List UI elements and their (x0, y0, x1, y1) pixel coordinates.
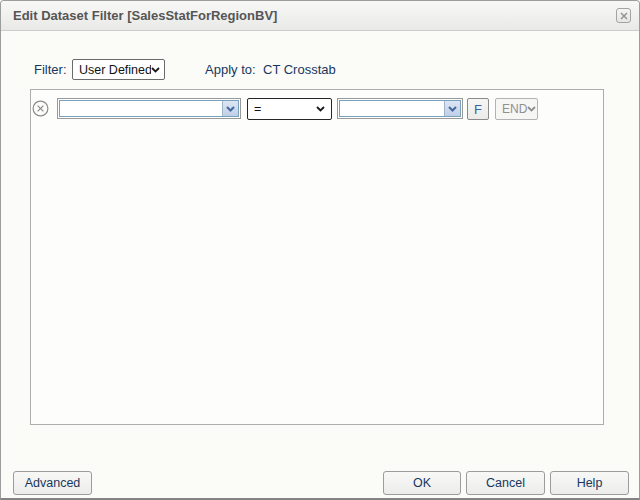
cancel-button[interactable]: Cancel (466, 471, 545, 495)
chevron-down-icon (151, 67, 160, 73)
condition-operator-value: = (254, 102, 316, 116)
close-button[interactable] (616, 8, 631, 23)
condition-value-inner (339, 100, 461, 117)
dialog-title: Edit Dataset Filter [SalesStatForRegionB… (13, 1, 277, 30)
circle-x-icon (32, 105, 49, 120)
condition-value-dropdown[interactable] (337, 98, 463, 119)
condition-value-text (340, 101, 444, 116)
chevron-down-icon (316, 106, 325, 112)
condition-field-dropdown[interactable] (57, 98, 241, 119)
chevron-down-icon (222, 101, 238, 116)
filter-type-select[interactable]: User Defined (72, 59, 165, 80)
filter-conditions-panel (30, 89, 604, 425)
apply-to-target: CT Crosstab (263, 60, 336, 80)
delete-condition-button[interactable] (32, 100, 49, 117)
chevron-down-icon (444, 101, 460, 116)
ok-button[interactable]: OK (383, 471, 461, 495)
condition-operator-select[interactable]: = (247, 98, 332, 120)
advanced-button[interactable]: Advanced (13, 471, 92, 495)
help-button[interactable]: Help (550, 471, 629, 495)
filter-label: Filter: (34, 60, 67, 80)
dialog-titlebar[interactable]: Edit Dataset Filter [SalesStatForRegionB… (1, 1, 639, 31)
close-icon (620, 12, 628, 20)
apply-to-label: Apply to: (205, 60, 256, 80)
condition-field-inner (59, 100, 239, 117)
filter-type-value: User Defined (79, 63, 151, 77)
edit-dataset-filter-dialog: Edit Dataset Filter [SalesStatForRegionB… (0, 0, 640, 500)
logic-operator-select[interactable]: END (495, 98, 538, 120)
condition-field-value (60, 101, 222, 116)
chevron-down-icon (527, 106, 536, 112)
logic-operator-value: END (502, 102, 527, 116)
formula-button[interactable]: F (467, 98, 489, 120)
